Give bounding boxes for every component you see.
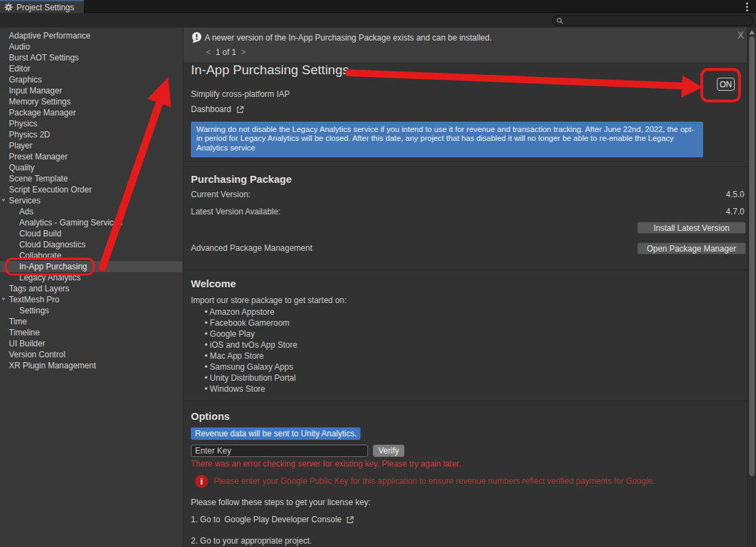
search-box[interactable]	[552, 15, 753, 26]
sidebar-item-label: Memory Settings	[9, 97, 71, 107]
dashboard-label: Dashboard	[191, 104, 231, 114]
sidebar-item-memory-settings[interactable]: Memory Settings	[0, 96, 183, 107]
sidebar-item-in-app-purchasing[interactable]: In-App Purchasing	[0, 261, 183, 272]
sidebar-item-label: Legacy Analytics	[19, 273, 80, 282]
settings-sidebar: Adaptive PerformanceAudioBurst AOT Setti…	[0, 27, 183, 547]
purchasing-package-title: Purchasing Package	[191, 173, 292, 185]
sidebar-item-time[interactable]: Time	[0, 316, 183, 327]
sidebar-item-package-manager[interactable]: Package Manager	[0, 107, 183, 118]
step-1-prefix: 1. Go to	[191, 515, 220, 524]
sidebar-item-settings[interactable]: Settings	[0, 305, 183, 316]
speech-bubble-icon	[191, 32, 203, 46]
sidebar-item-label: Physics 2D	[9, 130, 50, 139]
sidebar-item-label: Package Manager	[9, 108, 76, 118]
sidebar-item-graphics[interactable]: Graphics	[0, 74, 183, 85]
service-toggle-on-button[interactable]: ON	[717, 78, 735, 91]
sidebar-item-audio[interactable]: Audio	[0, 41, 183, 52]
sidebar-item-ads[interactable]: Ads	[0, 206, 183, 217]
sidebar-item-label: Settings	[19, 306, 49, 315]
sidebar-item-legacy-analytics[interactable]: Legacy Analytics	[0, 272, 183, 283]
pager-prev-button[interactable]: <	[206, 47, 211, 57]
tab-project-settings[interactable]: Project Settings	[0, 0, 84, 13]
sidebar-item-label: Burst AOT Settings	[9, 53, 79, 63]
section-divider	[183, 166, 756, 167]
store-list-item: Mac App Store	[205, 350, 297, 361]
analytics-revenue-badge: Revenue data will be sent to Unity Analy…	[191, 427, 360, 440]
sidebar-item-cloud-diagnostics[interactable]: Cloud Diagnostics	[0, 239, 183, 250]
external-link-icon[interactable]	[345, 515, 354, 524]
step-2-text: 2. Go to your appropriate project.	[191, 536, 312, 546]
sidebar-item-input-manager[interactable]: Input Manager	[0, 85, 183, 96]
sidebar-item-label: Input Manager	[9, 86, 62, 96]
sidebar-item-physics[interactable]: Physics	[0, 118, 183, 129]
sidebar-item-label: Cloud Diagnostics	[19, 240, 86, 249]
dashboard-link[interactable]: Dashboard	[191, 104, 244, 114]
banner-close-icon[interactable]: X	[737, 30, 744, 41]
step-1-row: 1. Go to Google Play Developer Console	[191, 515, 354, 524]
advanced-package-management-label: Advanced Package Management	[191, 243, 312, 253]
google-play-console-link[interactable]: Google Play Developer Console	[225, 515, 342, 524]
latest-version-value: 4.7.0	[726, 207, 744, 216]
open-package-manager-button[interactable]: Open Package Manager	[637, 243, 746, 254]
search-icon	[556, 17, 564, 25]
scrollbar-thumb[interactable]	[749, 36, 755, 476]
vertical-scrollbar[interactable]	[747, 27, 756, 547]
sidebar-item-player[interactable]: Player	[0, 140, 183, 151]
external-link-icon	[236, 105, 244, 114]
kebab-menu-icon[interactable]	[742, 1, 752, 12]
sidebar-item-collaborate[interactable]: Collaborate	[0, 250, 183, 261]
sidebar-item-label: Preset Manager	[9, 152, 67, 161]
store-list-item: Google Play	[205, 328, 297, 339]
sidebar-item-adaptive-performance[interactable]: Adaptive Performance	[0, 30, 183, 41]
banner-pager: < 1 of 1 >	[206, 47, 246, 57]
sidebar-item-textmesh-pro[interactable]: ▼TextMesh Pro	[0, 294, 183, 305]
store-list-item: iOS and tvOs App Store	[205, 339, 297, 350]
sidebar-item-label: Collaborate	[19, 251, 61, 260]
section-divider	[183, 401, 756, 401]
sidebar-item-scene-template[interactable]: Scene Template	[0, 173, 183, 184]
steps-intro: Please follow these steps to get your li…	[191, 498, 370, 507]
sidebar-item-physics-2d[interactable]: Physics 2D	[0, 129, 183, 140]
sidebar-item-label: Scene Template	[9, 174, 68, 183]
sidebar-item-editor[interactable]: Editor	[0, 63, 183, 74]
sidebar-item-label: Version Control	[9, 350, 65, 359]
sidebar-item-label: In-App Purchasing	[19, 262, 87, 271]
sidebar-item-burst-aot-settings[interactable]: Burst AOT Settings	[0, 52, 183, 63]
pager-next-button[interactable]: >	[241, 47, 246, 57]
sidebar-item-label: Cloud Build	[19, 229, 61, 238]
banner-message: A newer version of the In-App Purchasing…	[205, 33, 492, 43]
sidebar-item-cloud-build[interactable]: Cloud Build	[0, 228, 183, 239]
sidebar-item-preset-manager[interactable]: Preset Manager	[0, 151, 183, 162]
project-settings-window: Project Settings Adaptive PerformanceAud…	[0, 0, 756, 547]
sidebar-item-quality[interactable]: Quality	[0, 162, 183, 173]
foldout-triangle-icon[interactable]: ▼	[1, 294, 6, 305]
sidebar-item-version-control[interactable]: Version Control	[0, 349, 183, 360]
sidebar-item-label: XR Plugin Management	[9, 361, 96, 370]
sidebar-item-label: Graphics	[9, 75, 42, 85]
page-title: In-App Purchasing Settings	[191, 63, 349, 78]
sidebar-item-label: Ads	[19, 207, 34, 216]
google-key-notice: Please enter your Google Public Key for …	[214, 476, 735, 486]
sidebar-item-label: Time	[9, 317, 27, 326]
enter-key-input[interactable]	[191, 445, 368, 457]
info-icon: i	[195, 475, 208, 488]
sidebar-item-xr-plugin-management[interactable]: XR Plugin Management	[0, 360, 183, 371]
sidebar-item-tags-and-layers[interactable]: Tags and Layers	[0, 283, 183, 294]
update-notification-banner: A newer version of the In-App Purchasing…	[183, 27, 747, 63]
sidebar-item-label: Tags and Layers	[9, 284, 69, 293]
scroll-up-icon[interactable]	[749, 30, 755, 34]
gear-icon	[4, 3, 13, 12]
foldout-triangle-icon[interactable]: ▼	[1, 195, 6, 206]
section-divider	[183, 269, 756, 270]
sidebar-item-timeline[interactable]: Timeline	[0, 327, 183, 338]
sidebar-item-ui-builder[interactable]: UI Builder	[0, 338, 183, 349]
search-input[interactable]	[566, 16, 749, 25]
sidebar-item-analytics-gaming-services[interactable]: Analytics - Gaming Services	[0, 217, 183, 228]
sidebar-item-services[interactable]: ▼Services	[0, 195, 183, 206]
sidebar-item-script-execution-order[interactable]: Script Execution Order	[0, 184, 183, 195]
in-app-purchasing-panel: A newer version of the In-App Purchasing…	[183, 27, 756, 547]
key-check-error-text: There was an error checking server for e…	[191, 459, 461, 469]
sidebar-item-label: Timeline	[9, 328, 40, 337]
verify-button[interactable]: Verify	[373, 445, 404, 457]
install-latest-version-button[interactable]: Install Latest Version	[637, 222, 746, 234]
